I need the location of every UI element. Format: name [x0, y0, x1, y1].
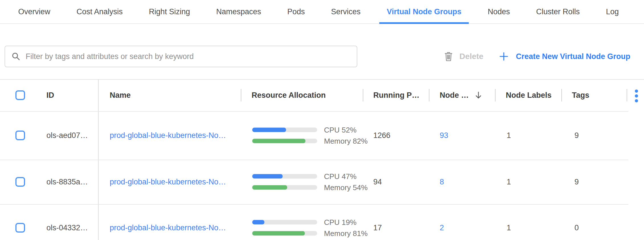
cpu-bar [252, 128, 317, 132]
table-row: ols-8835a… prod-global-blue-kubernetes-N… [0, 160, 628, 204]
delete-button[interactable]: Delete [444, 52, 483, 61]
tab-bar: Overview Cost Analysis Right Sizing Name… [0, 0, 644, 24]
tab-cluster-rolls[interactable]: Cluster Rolls [536, 0, 580, 23]
running-pods-count: 94 [373, 178, 382, 186]
tab-cost-analysis[interactable]: Cost Analysis [77, 0, 123, 23]
cpu-label: CPU 52% [324, 125, 356, 134]
table-row: ols-aed07… prod-global-blue-kubernetes-N… [0, 111, 628, 160]
vng-id: ols-aed07… [46, 131, 88, 140]
tab-nodes[interactable]: Nodes [488, 0, 510, 23]
column-header-resource-allocation[interactable]: Resource Allocation [252, 91, 326, 100]
column-header-nodes[interactable]: Node … [440, 91, 469, 100]
row-checkbox[interactable] [15, 177, 25, 187]
memory-label: Memory 54% [324, 183, 368, 192]
node-count-link[interactable]: 2 [440, 223, 444, 232]
column-divider [627, 89, 627, 101]
running-pods-count: 1266 [373, 131, 390, 140]
vng-name-link[interactable]: prod-global-blue-kubernetes-No… [110, 178, 226, 186]
memory-bar [252, 231, 317, 236]
virtual-node-groups-page: Overview Cost Analysis Right Sizing Name… [0, 0, 644, 240]
memory-label: Memory 81% [324, 229, 368, 238]
column-divider [561, 89, 562, 101]
column-settings-kebab-icon[interactable] [634, 89, 639, 103]
memory-bar [252, 185, 317, 190]
create-button-label: Create New Virtual Node Group [516, 52, 630, 61]
toolbar-actions: Delete Create New Virtual Node Group [444, 46, 630, 67]
vng-name-link[interactable]: prod-global-blue-kubernetes-No… [110, 223, 226, 232]
cpu-bar [252, 220, 317, 225]
node-count-link[interactable]: 8 [440, 178, 444, 186]
memory-bar [252, 139, 317, 143]
running-pods-count: 17 [373, 223, 382, 232]
toolbar: Delete Create New Virtual Node Group [0, 46, 644, 67]
tab-services[interactable]: Services [331, 0, 361, 23]
tab-virtual-node-groups[interactable]: Virtual Node Groups [387, 0, 461, 23]
column-divider [495, 89, 496, 101]
table-row: ols-04332… prod-global-blue-kubernetes-N… [0, 204, 628, 240]
cpu-bar [252, 174, 317, 179]
node-labels-count: 1 [507, 223, 511, 232]
tags-count: 9 [574, 131, 579, 140]
row-checkbox[interactable] [15, 131, 25, 140]
create-virtual-node-group-button[interactable]: Create New Virtual Node Group [499, 52, 630, 61]
column-divider [363, 89, 363, 101]
tab-overview[interactable]: Overview [18, 0, 50, 23]
cpu-label: CPU 47% [324, 172, 356, 181]
tab-log[interactable]: Log [606, 0, 619, 23]
table-header-row: ID Name Resource Allocation Running P… N… [0, 79, 644, 111]
column-header-node-labels[interactable]: Node Labels [506, 91, 552, 100]
filter-search-box[interactable] [5, 46, 357, 67]
select-all-checkbox[interactable] [15, 90, 25, 100]
cpu-label: CPU 19% [324, 218, 356, 227]
resource-allocation-cell: CPU 52% Memory 82% [252, 126, 368, 145]
delete-button-label: Delete [459, 52, 483, 61]
column-header-running-pods[interactable]: Running P… [373, 91, 419, 100]
tags-count: 0 [574, 223, 579, 232]
vng-name-link[interactable]: prod-global-blue-kubernetes-No… [110, 131, 226, 140]
virtual-node-groups-table: ID Name Resource Allocation Running P… N… [0, 79, 644, 240]
column-divider [429, 89, 429, 101]
plus-icon [499, 52, 508, 61]
resource-allocation-cell: CPU 19% Memory 81% [252, 218, 368, 238]
tab-pods[interactable]: Pods [287, 0, 305, 23]
tab-namespaces[interactable]: Namespaces [216, 0, 261, 23]
tags-count: 9 [574, 178, 579, 186]
column-header-name[interactable]: Name [110, 91, 131, 100]
trash-icon [444, 52, 453, 61]
sort-descending-icon[interactable] [474, 91, 483, 99]
resource-allocation-cell: CPU 47% Memory 54% [252, 172, 368, 192]
vng-id: ols-8835a… [46, 178, 88, 186]
search-input[interactable] [25, 52, 350, 61]
column-header-id[interactable]: ID [46, 91, 54, 100]
node-count-link[interactable]: 93 [440, 131, 448, 140]
search-icon [11, 52, 21, 61]
column-header-tags[interactable]: Tags [572, 91, 589, 100]
row-checkbox[interactable] [15, 223, 25, 233]
tab-right-sizing[interactable]: Right Sizing [149, 0, 190, 23]
node-labels-count: 1 [507, 178, 511, 186]
node-labels-count: 1 [507, 131, 511, 140]
memory-label: Memory 82% [324, 137, 368, 145]
vng-id: ols-04332… [46, 223, 88, 232]
column-divider [241, 89, 241, 101]
